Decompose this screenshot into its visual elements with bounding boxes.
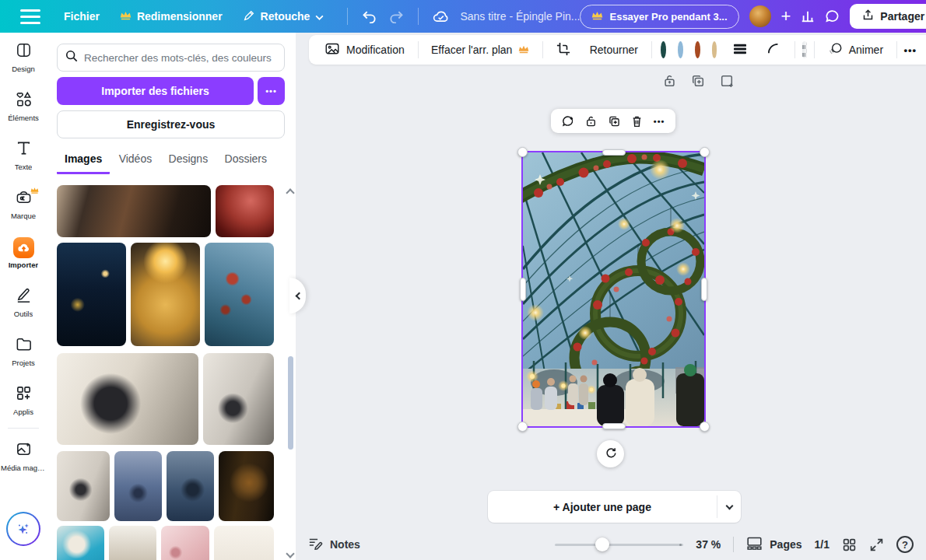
comments-icon[interactable]	[825, 9, 840, 23]
undo-button[interactable]	[362, 9, 377, 23]
color-swatch-4[interactable]	[712, 41, 717, 58]
animate-button[interactable]: Animer	[822, 38, 889, 61]
duplicate-page-icon[interactable]	[691, 74, 705, 88]
canvas-page[interactable]	[523, 152, 704, 426]
collapse-panel-button[interactable]	[289, 278, 306, 313]
sidebar-item-brand[interactable]: Marque	[0, 180, 47, 229]
signup-button[interactable]: Enregistrez-vous	[57, 110, 285, 138]
sidebar-item-upload[interactable]: Importer	[0, 229, 47, 278]
duplicate-icon[interactable]	[608, 115, 621, 128]
search-input[interactable]	[84, 52, 276, 64]
resize-menu[interactable]: Redimensionner	[120, 10, 223, 23]
zoom-slider[interactable]	[555, 537, 683, 551]
upload-icon	[862, 9, 874, 23]
import-files-button[interactable]: Importer des fichiers	[57, 77, 254, 105]
thumbnail-image[interactable]	[114, 451, 162, 521]
sidebar-item-apps[interactable]: Applis	[0, 376, 47, 425]
resize-handle-top-right[interactable]	[700, 147, 710, 157]
sidebar-divider	[8, 428, 39, 429]
tab-designs[interactable]: Designs	[161, 149, 216, 174]
thumbnail-image[interactable]	[57, 185, 211, 237]
add-page-icon[interactable]	[720, 74, 734, 88]
tab-images[interactable]: Images	[57, 149, 110, 174]
thumbnail-image[interactable]	[57, 526, 104, 560]
sidebar-rail: Design Éléments Texte Marque Importer Ou…	[0, 33, 47, 560]
cloud-save-status-icon[interactable]	[433, 10, 449, 23]
thumbnail-image[interactable]	[161, 526, 209, 560]
sidebar-item-elements[interactable]: Éléments	[0, 82, 47, 131]
thumbnail-image[interactable]	[57, 451, 110, 521]
file-menu[interactable]: Fichier	[64, 10, 100, 23]
thumbnail-image[interactable]	[131, 243, 200, 346]
thumbnail-image[interactable]	[57, 243, 126, 346]
sidebar-item-projects[interactable]: Projets	[0, 327, 47, 376]
share-button[interactable]: Partager	[850, 4, 926, 29]
trash-icon[interactable]	[631, 115, 643, 128]
selection-more-button[interactable]: •••	[654, 117, 665, 126]
remove-background-button[interactable]: Effacer l'arr. plan	[425, 40, 535, 60]
zoom-slider-track[interactable]	[555, 544, 683, 546]
tab-folders[interactable]: Dossiers	[217, 149, 275, 174]
lock-icon[interactable]	[585, 115, 597, 128]
thumbnail-image[interactable]	[57, 353, 198, 445]
color-swatch-3[interactable]	[695, 41, 700, 58]
corner-rounding-button[interactable]	[761, 39, 787, 61]
import-more-button[interactable]: •••	[258, 77, 285, 105]
search-icon	[65, 50, 78, 65]
resize-handle-top-left[interactable]	[517, 147, 528, 157]
document-title[interactable]: Sans titre - Épingle Pin...	[460, 10, 580, 23]
assistant-button[interactable]	[6, 512, 40, 546]
resize-handle-right[interactable]	[701, 278, 707, 301]
add-page-dropdown-button[interactable]	[717, 491, 741, 523]
edit-photo-menu[interactable]: Retouche	[243, 9, 324, 24]
scroll-down-icon[interactable]	[286, 551, 294, 558]
grid-view-icon[interactable]	[842, 537, 857, 552]
resize-handle-bottom-right[interactable]	[700, 422, 710, 432]
notes-button[interactable]: Notes	[308, 537, 360, 552]
thumbnail-image[interactable]	[214, 526, 274, 560]
resize-handle-bottom[interactable]	[602, 423, 626, 429]
crop-button[interactable]	[550, 38, 577, 62]
rotate-handle[interactable]	[597, 440, 624, 467]
help-button[interactable]: ?	[896, 536, 914, 553]
crown-icon	[30, 183, 39, 197]
thumbnail-image[interactable]	[167, 451, 214, 521]
toolbar-more-button[interactable]: •••	[903, 44, 917, 56]
redo-button[interactable]	[388, 9, 404, 23]
crown-icon	[518, 44, 529, 56]
add-member-button[interactable]: +	[781, 8, 791, 25]
try-pro-button[interactable]: Essayer Pro pendant 3...	[580, 5, 738, 29]
sidebar-item-tools[interactable]: Outils	[0, 278, 47, 327]
sidebar-item-magic-media[interactable]: Média magi…	[0, 432, 47, 481]
resize-handle-bottom-left[interactable]	[517, 422, 528, 432]
insights-icon[interactable]	[801, 9, 815, 23]
color-swatch-1[interactable]	[661, 41, 666, 58]
sidebar-item-text[interactable]: Texte	[0, 131, 47, 180]
search-box[interactable]	[57, 44, 285, 72]
fullscreen-icon[interactable]	[869, 537, 884, 552]
thumbnail-image[interactable]	[219, 451, 274, 521]
edit-image-button[interactable]: Modification	[318, 38, 411, 62]
hamburger-menu-icon[interactable]	[17, 6, 44, 27]
sidebar-item-design[interactable]: Design	[0, 33, 47, 82]
zoom-level[interactable]: 37 %	[696, 538, 721, 551]
transparency-button[interactable]	[802, 41, 808, 58]
thumbnail-image[interactable]	[216, 185, 274, 237]
zoom-slider-thumb[interactable]	[595, 537, 609, 551]
thumbnail-image[interactable]	[205, 243, 274, 346]
resize-handle-top[interactable]	[602, 149, 626, 156]
resize-handle-left[interactable]	[520, 278, 526, 301]
scroll-up-icon[interactable]	[286, 188, 294, 196]
position-button[interactable]	[726, 39, 754, 61]
panel-scrollbar[interactable]	[288, 356, 293, 450]
add-page-button[interactable]: + Ajouter une page	[488, 491, 717, 523]
avatar[interactable]	[749, 5, 771, 27]
lock-page-icon[interactable]	[663, 74, 676, 88]
thumbnail-image[interactable]	[203, 353, 274, 445]
color-swatch-2[interactable]	[678, 41, 683, 58]
comment-add-icon[interactable]	[562, 115, 575, 128]
pages-button[interactable]: Pages	[746, 536, 801, 553]
flip-button[interactable]: Retourner	[584, 40, 644, 60]
tab-videos[interactable]: Vidéos	[111, 149, 160, 174]
thumbnail-image[interactable]	[109, 526, 156, 560]
